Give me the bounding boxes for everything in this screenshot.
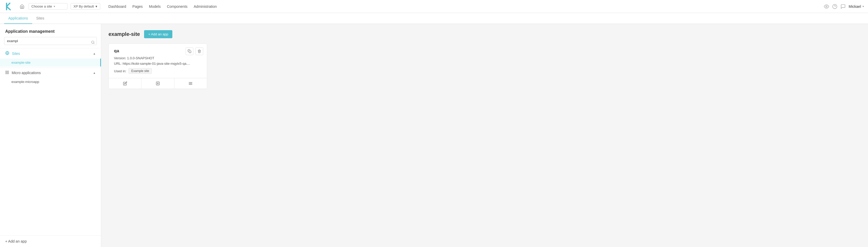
app-card: qa Version: 1.0.0-SNAPSHOT URL: https://… <box>108 44 207 89</box>
app-card-body: qa Version: 1.0.0-SNAPSHOT URL: https://… <box>109 44 207 78</box>
xp-selector[interactable]: XP By default ▾ <box>71 3 100 10</box>
sites-chevron[interactable]: ▲ <box>93 52 96 55</box>
sidebar-search-container <box>0 37 101 48</box>
copy-button[interactable] <box>186 47 193 55</box>
user-name: Mickael <box>849 4 861 8</box>
svg-point-3 <box>92 41 94 43</box>
sidebar-title: Application management <box>0 24 101 37</box>
nav-dashboard[interactable]: Dashboard <box>108 3 126 10</box>
logo <box>4 1 14 12</box>
nav-pages[interactable]: Pages <box>132 3 143 10</box>
svg-rect-11 <box>189 51 191 53</box>
sidebar-item-example-site[interactable]: example-site <box>0 58 101 66</box>
site-selector-label: Choose a site <box>31 4 52 8</box>
svg-rect-8 <box>7 71 8 72</box>
svg-point-0 <box>826 6 827 7</box>
nav-administration[interactable]: Administration <box>194 3 217 10</box>
main-layout: Application management <box>0 24 868 247</box>
home-icon[interactable] <box>20 4 24 9</box>
main-content: example-site + Add an app <box>101 24 868 247</box>
top-nav-right: Mickael ▾ <box>824 4 864 9</box>
add-app-button[interactable]: + Add an app <box>144 30 173 38</box>
used-in-row: Used in: Example site <box>114 68 202 74</box>
sites-section-label: Sites <box>12 52 90 56</box>
page-title: example-site <box>108 31 140 37</box>
used-in-badge[interactable]: Example site <box>128 68 152 74</box>
help-icon[interactable] <box>832 4 837 9</box>
sub-nav: Applications Sites <box>0 13 868 24</box>
user-menu[interactable]: Mickael ▾ <box>849 4 864 8</box>
svg-rect-7 <box>6 71 7 72</box>
user-chevron: ▾ <box>863 5 864 8</box>
top-nav: Choose a site ▾ XP By default ▾ Dashboar… <box>0 0 868 13</box>
micro-apps-chevron[interactable]: ▲ <box>93 71 96 74</box>
xp-label: XP By default <box>73 4 94 8</box>
app-card-footer <box>109 78 207 89</box>
delete-button[interactable] <box>195 47 203 55</box>
sidebar-item-example-microapp[interactable]: example-microapp <box>0 78 101 86</box>
sidebar: Application management <box>0 24 101 247</box>
app-url: URL: https://kobi-sample-01-java-site-mq… <box>114 62 202 65</box>
tab-sites[interactable]: Sites <box>32 13 49 24</box>
sidebar-add-app[interactable]: + Add an app <box>0 235 101 247</box>
app-version: Version: 1.0.0-SNAPSHOT <box>114 56 202 60</box>
globe-icon <box>5 51 9 56</box>
svg-rect-10 <box>7 73 8 74</box>
eye-icon[interactable] <box>824 4 829 9</box>
micro-apps-section: Micro applications ▲ example-microapp <box>0 67 101 86</box>
site-selector-chevron: ▾ <box>54 5 55 8</box>
nav-models[interactable]: Models <box>149 3 161 10</box>
search-input[interactable] <box>4 37 97 45</box>
chat-icon[interactable] <box>840 4 846 9</box>
xp-chevron: ▾ <box>95 4 97 8</box>
edit-button[interactable] <box>109 78 142 89</box>
sites-section: Sites ▲ example-site <box>0 48 101 66</box>
svg-rect-9 <box>6 73 7 74</box>
svg-line-4 <box>94 43 94 44</box>
nav-components[interactable]: Components <box>167 3 187 10</box>
micro-apps-section-header[interactable]: Micro applications ▲ <box>0 68 101 78</box>
menu-button[interactable] <box>175 78 207 89</box>
tab-applications[interactable]: Applications <box>4 13 32 24</box>
sites-section-header[interactable]: Sites ▲ <box>0 48 101 58</box>
content-header: example-site + Add an app <box>108 30 861 38</box>
site-selector[interactable]: Choose a site ▾ <box>29 3 67 10</box>
used-in-label: Used in: <box>114 69 126 73</box>
search-icon[interactable] <box>91 40 95 45</box>
micro-apps-label: Micro applications <box>12 71 90 75</box>
nav-links: Dashboard Pages Models Components Admini… <box>108 3 217 10</box>
grid-icon <box>5 71 9 75</box>
card-actions <box>186 47 203 55</box>
add-button[interactable] <box>142 78 174 89</box>
